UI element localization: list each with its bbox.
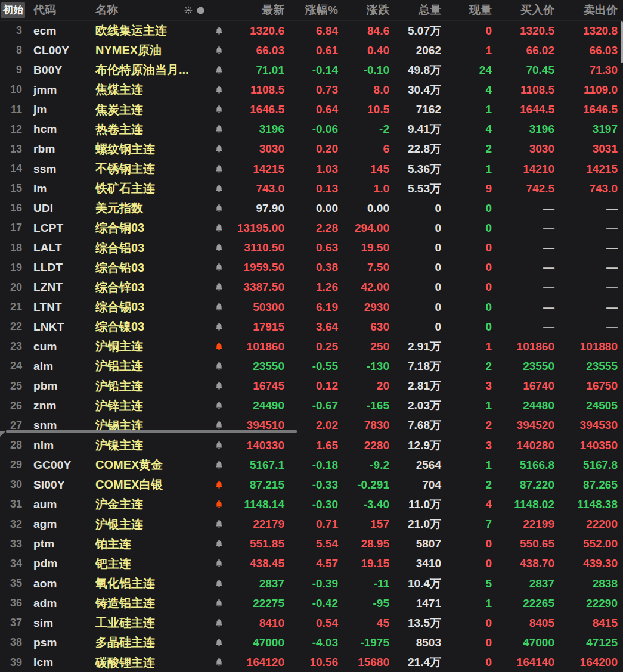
ask-price: 439.30 bbox=[556, 557, 619, 570]
bell-icon[interactable] bbox=[207, 104, 230, 115]
bell-icon[interactable] bbox=[207, 302, 230, 313]
total-volume: 22.8万 bbox=[391, 141, 443, 157]
bell-icon[interactable] bbox=[207, 223, 230, 234]
table-row[interactable]: 21LTNT综合锡03503006.19293000—— bbox=[0, 297, 623, 317]
column-header-bid[interactable]: 买入价 bbox=[494, 2, 556, 18]
ask-price: 87.265 bbox=[556, 478, 619, 491]
table-row[interactable]: 25pbm沪铅主连167450.12202.81万31674016750 bbox=[0, 377, 623, 396]
table-row[interactable]: 11jm焦炭主连1646.50.6410.5716211644.51646.5 bbox=[0, 100, 623, 120]
table-row[interactable]: 20LZNT综合锌033387.501.2642.0000—— bbox=[0, 278, 623, 297]
table-row[interactable]: 19LLDT综合铅031959.500.387.5000—— bbox=[0, 258, 623, 278]
bell-icon[interactable] bbox=[207, 637, 230, 648]
current-volume: 0 bbox=[443, 241, 494, 254]
column-header-code[interactable]: 代码 bbox=[29, 2, 91, 18]
change-percent: 0.63 bbox=[286, 241, 340, 254]
bell-icon[interactable] bbox=[207, 578, 230, 589]
bell-icon[interactable] bbox=[207, 282, 230, 293]
initial-view-button[interactable]: 初始 bbox=[1, 2, 25, 18]
table-row[interactable]: 33ptm铂主连551.855.5428.9558070550.65552.00 bbox=[0, 534, 623, 554]
bell-icon[interactable] bbox=[207, 124, 230, 135]
bell-icon[interactable] bbox=[207, 242, 230, 253]
table-row[interactable]: 22LNKT综合镍03179153.6463000—— bbox=[0, 317, 623, 337]
bell-icon[interactable] bbox=[207, 65, 230, 76]
column-header-ask[interactable]: 卖出价 bbox=[556, 2, 619, 18]
change-percent: 0.71 bbox=[286, 518, 340, 531]
table-row[interactable]: 36adm铸造铝主连22275-0.42-95147112226522290 bbox=[0, 593, 623, 613]
change-percent: 0.38 bbox=[286, 261, 340, 274]
alert-bell-icon[interactable] bbox=[207, 499, 230, 510]
horizontal-scrollbar[interactable] bbox=[6, 430, 297, 433]
change-amount: 630 bbox=[340, 321, 391, 334]
table-row[interactable]: 10jmm焦煤主连1108.50.738.030.4万41108.51109.0 bbox=[0, 80, 623, 99]
alert-bell-icon[interactable] bbox=[207, 341, 230, 352]
splitter-grip-icon[interactable] bbox=[0, 431, 6, 437]
change-amount: 8.0 bbox=[340, 83, 391, 97]
table-row[interactable]: 32agm沪银主连221790.7115721.0万72219922200 bbox=[0, 515, 623, 534]
table-row[interactable]: 8CL00YNYMEX原油66.030.610.402062166.0266.0… bbox=[0, 41, 623, 60]
table-row[interactable]: 39lcm碳酸锂主连16412010.561568021.4万016414016… bbox=[0, 653, 623, 672]
bell-icon[interactable] bbox=[207, 45, 230, 56]
table-row[interactable]: 23cum沪铜主连1018600.252502.91万1101860101880 bbox=[0, 337, 623, 356]
table-row[interactable]: 12hcm热卷主连3196-0.06-29.41万431963197 bbox=[0, 120, 623, 139]
bell-icon[interactable] bbox=[207, 657, 230, 668]
table-row[interactable]: 9B00Y布伦特原油当月...71.01-0.14-0.1049.8万2470.… bbox=[0, 60, 623, 80]
bell-icon[interactable] bbox=[207, 262, 230, 273]
change-amount: 42.00 bbox=[340, 281, 391, 294]
bell-icon[interactable] bbox=[207, 144, 230, 154]
bell-icon[interactable] bbox=[207, 598, 230, 609]
bell-icon[interactable] bbox=[207, 203, 230, 214]
table-row[interactable]: 18LALT综合铝033110.500.6319.5000—— bbox=[0, 238, 623, 258]
total-volume: 30.4万 bbox=[391, 82, 443, 98]
latest-price: 66.03 bbox=[230, 44, 286, 57]
table-row[interactable]: 24alm沪铝主连23550-0.55-1307.18万22355023555 bbox=[0, 356, 623, 376]
bell-icon[interactable] bbox=[207, 26, 230, 36]
bell-icon[interactable] bbox=[207, 558, 230, 569]
circle-icon[interactable] bbox=[197, 7, 204, 14]
ask-price: 3197 bbox=[556, 123, 619, 136]
table-row[interactable]: 14ssm不锈钢主连142151.031455.36万11421014215 bbox=[0, 159, 623, 179]
table-row[interactable]: 34pdm钯主连438.454.5719.1534100438.70439.30 bbox=[0, 554, 623, 574]
change-amount: -0.291 bbox=[340, 478, 391, 491]
column-header-cur[interactable]: 现量 bbox=[443, 2, 494, 18]
bell-icon[interactable] bbox=[207, 440, 230, 451]
bell-icon[interactable] bbox=[207, 381, 230, 391]
table-row[interactable]: 35aom氧化铝主连2837-0.39-1110.4万528372838 bbox=[0, 574, 623, 593]
table-row[interactable]: 15im铁矿石主连743.00.131.05.53万9742.5743.0 bbox=[0, 179, 623, 198]
latest-price: 22275 bbox=[230, 597, 286, 610]
column-header-latest[interactable]: 最新 bbox=[230, 2, 286, 18]
bell-icon[interactable] bbox=[207, 618, 230, 629]
table-row[interactable]: 17LCPT综合铜0313195.002.28294.0000—— bbox=[0, 218, 623, 238]
column-header-vol[interactable]: 总量 bbox=[391, 2, 443, 18]
change-percent: 10.56 bbox=[286, 656, 340, 669]
bell-icon[interactable] bbox=[207, 85, 230, 95]
table-row[interactable]: 30SI00YCOMEX白银87.215-0.33-0.291704287.22… bbox=[0, 475, 623, 494]
bell-icon[interactable] bbox=[207, 322, 230, 332]
table-row[interactable]: 37sim工业硅主连84100.544513.5万084058415 bbox=[0, 613, 623, 633]
table-row[interactable]: 28nim沪镍主连1403301.65228012.9万314028014035… bbox=[0, 435, 623, 455]
alert-bell-icon[interactable] bbox=[207, 480, 230, 490]
table-row[interactable]: 29GC00YCOMEX黄金5167.1-0.18-9.2256415166.8… bbox=[0, 455, 623, 475]
bell-icon[interactable] bbox=[207, 519, 230, 530]
table-row[interactable]: 3ecm欧线集运主连1320.66.8484.65.07万01320.51320… bbox=[0, 21, 623, 41]
table-row[interactable]: 38psm多晶硅主连47000-4.03-1975850304700047125 bbox=[0, 633, 623, 652]
instrument-code: LALT bbox=[29, 241, 91, 254]
table-body: 3ecm欧线集运主连1320.66.8484.65.07万01320.51320… bbox=[0, 21, 623, 672]
table-row[interactable]: 31aum沪金主连1148.14-0.30-3.4011.0万41148.021… bbox=[0, 494, 623, 514]
table-row[interactable]: 13rbm螺纹钢主连30300.20622.8万230303031 bbox=[0, 139, 623, 159]
bell-icon[interactable] bbox=[207, 361, 230, 372]
table-row[interactable]: 26znm沪锌主连24490-0.67-1652.03万12448024505 bbox=[0, 396, 623, 416]
instrument-code: B00Y bbox=[29, 64, 91, 77]
bell-icon[interactable] bbox=[207, 400, 230, 411]
table-row[interactable]: 16UDI美元指数97.900.000.0000—— bbox=[0, 198, 623, 218]
sun-icon[interactable] bbox=[184, 6, 193, 14]
bell-icon[interactable] bbox=[207, 164, 230, 175]
column-header-name[interactable]: 名称 bbox=[91, 2, 207, 18]
bell-icon[interactable] bbox=[207, 460, 230, 471]
column-header-chg[interactable]: 涨跌 bbox=[340, 2, 391, 18]
bell-icon[interactable] bbox=[207, 539, 230, 549]
vertical-scrollbar[interactable] bbox=[621, 21, 623, 63]
instrument-code: SI00Y bbox=[29, 478, 91, 491]
bell-icon[interactable] bbox=[207, 183, 230, 194]
column-header-pct[interactable]: 涨幅% bbox=[286, 2, 340, 18]
change-percent: -4.03 bbox=[286, 636, 340, 649]
